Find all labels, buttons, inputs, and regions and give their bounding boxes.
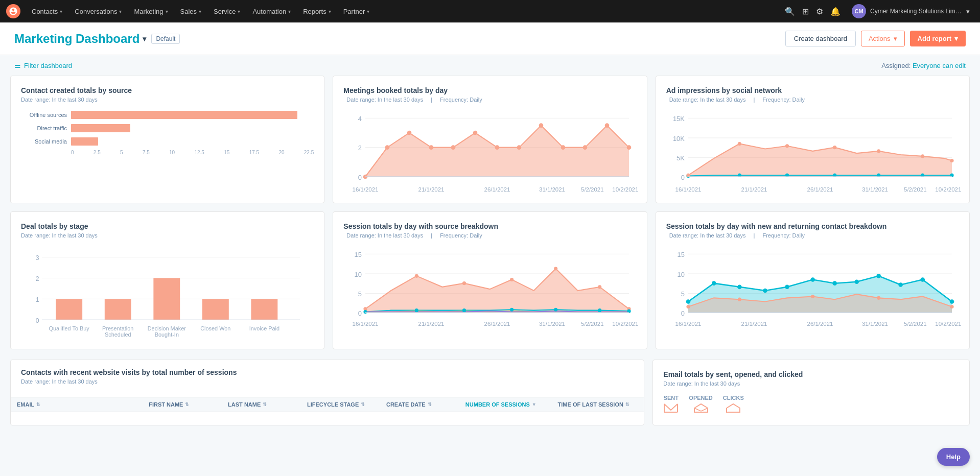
svg-point-10 [451, 145, 456, 150]
settings-icon[interactable]: ⚙ [816, 7, 823, 16]
top-navigation: Contacts ▾ Conversations ▾ Marketing ▾ S… [0, 0, 980, 22]
card-subtitle: Date range: In the last 30 days [21, 378, 634, 385]
notifications-icon[interactable]: 🔔 [830, 7, 841, 16]
svg-point-95 [554, 308, 557, 312]
area-chart-svg: 4 2 0 [343, 111, 636, 203]
svg-text:21/1/2021: 21/1/2021 [418, 321, 445, 327]
search-icon[interactable]: 🔍 [785, 7, 795, 16]
nav-marketing[interactable]: Marketing ▾ [129, 6, 173, 17]
svg-text:Presentation: Presentation [102, 325, 133, 331]
svg-text:0: 0 [36, 317, 39, 324]
svg-text:10/2/2021: 10/2/2021 [613, 321, 639, 327]
svg-text:10K: 10K [673, 135, 685, 142]
svg-point-93 [462, 308, 466, 312]
card-subtitle: Date range: In the last 30 days | Freque… [343, 232, 636, 239]
svg-text:16/1/2021: 16/1/2021 [353, 186, 379, 193]
header-actions: Create dashboard Actions ▾ Add report ▾ [785, 31, 966, 46]
svg-text:2: 2 [36, 275, 39, 282]
svg-point-44 [833, 146, 836, 149]
sort-icon: ⇅ [36, 402, 40, 407]
card-title: Ad impressions by social network [666, 86, 959, 94]
card-session-contact: Session totals by day with new and retur… [656, 211, 970, 349]
svg-point-128 [877, 296, 880, 300]
dashboard-title[interactable]: Marketing Dashboard ▾ [14, 32, 146, 46]
bar-fill [71, 124, 130, 132]
svg-point-120 [854, 279, 859, 284]
svg-text:5/2/2021: 5/2/2021 [904, 321, 927, 327]
svg-line-140 [694, 408, 701, 411]
svg-point-116 [763, 289, 767, 293]
bar-axis: 0 2.5 5 7.5 10 12.5 15 17.5 20 22.5 [21, 150, 314, 155]
filter-bar: ⚌ Filter dashboard Assigned: Everyone ca… [0, 55, 980, 76]
svg-point-45 [877, 149, 880, 153]
svg-text:16/1/2021: 16/1/2021 [675, 321, 701, 327]
th-sessions[interactable]: NUMBER OF SESSIONS ▼ [459, 397, 552, 412]
svg-rect-66 [202, 299, 229, 320]
svg-text:21/1/2021: 21/1/2021 [741, 321, 767, 327]
svg-point-122 [898, 282, 903, 287]
nav-sales[interactable]: Sales ▾ [175, 6, 207, 17]
default-badge: Default [151, 34, 180, 44]
svg-text:0: 0 [358, 310, 362, 317]
card-contact-created: Contact created totals by source Date ra… [10, 76, 324, 203]
th-createdate[interactable]: CREATE DATE ⇅ [380, 397, 459, 412]
th-lastname[interactable]: LAST NAME ⇅ [222, 397, 301, 412]
card-title: Contacts with recent website visits by t… [21, 368, 634, 376]
th-email[interactable]: EMAIL ⇅ [11, 397, 143, 412]
svg-point-13 [517, 145, 522, 150]
header-bar: Marketing Dashboard ▾ Default Create das… [0, 22, 980, 55]
svg-point-127 [811, 295, 814, 298]
nav-reports[interactable]: Reports ▾ [298, 6, 336, 17]
create-dashboard-button[interactable]: Create dashboard [785, 31, 856, 46]
apps-icon[interactable]: ⊞ [802, 7, 809, 16]
svg-rect-65 [153, 278, 180, 320]
svg-text:31/1/2021: 31/1/2021 [539, 321, 565, 327]
svg-text:Decision Maker: Decision Maker [148, 325, 186, 331]
svg-text:5: 5 [358, 290, 362, 298]
svg-text:31/1/2021: 31/1/2021 [862, 321, 888, 327]
nav-contacts[interactable]: Contacts ▾ [27, 6, 67, 17]
svg-point-47 [950, 159, 953, 162]
opened-icon [693, 403, 709, 413]
svg-point-16 [583, 145, 588, 150]
nav-service[interactable]: Service ▾ [208, 6, 245, 17]
bar-chart-container: Offline sources Direct traffic Social me… [21, 111, 314, 155]
svg-text:10/2/2021: 10/2/2021 [935, 321, 961, 327]
card-subtitle: Date range: In the last 30 days | Freque… [666, 97, 959, 103]
card-subtitle: Date range: In the last 30 days | Freque… [666, 232, 959, 239]
svg-text:16/1/2021: 16/1/2021 [353, 321, 379, 327]
svg-text:5/2/2021: 5/2/2021 [904, 186, 927, 193]
area-chart-session-contact: 15 10 5 0 [666, 247, 959, 334]
th-lastsession[interactable]: TIME OF LAST SESSION ⇅ [552, 397, 644, 412]
card-title: Email totals by sent, opened, and clicke… [663, 370, 959, 378]
svg-text:10: 10 [355, 271, 362, 278]
add-report-button[interactable]: Add report ▾ [910, 31, 966, 46]
svg-rect-63 [56, 299, 82, 320]
nav-partner[interactable]: Partner ▾ [338, 6, 375, 17]
svg-text:Bought-In: Bought-In [155, 331, 179, 338]
svg-text:0: 0 [681, 174, 684, 181]
svg-point-46 [921, 154, 924, 158]
hubspot-logo[interactable] [6, 4, 20, 18]
svg-point-118 [810, 277, 815, 282]
account-menu[interactable]: CM Cymer Marketing Solutions Limited ▾ [848, 2, 974, 20]
area-chart-svg: 15 10 5 0 [343, 247, 636, 349]
sent-icon [663, 403, 679, 413]
svg-point-18 [627, 145, 632, 150]
sort-icon: ⇅ [625, 402, 629, 407]
th-lifecycle[interactable]: LIFECYCLE STAGE ⇅ [301, 397, 380, 412]
assigned-link[interactable]: Everyone can edit [913, 62, 966, 69]
nav-conversations[interactable]: Conversations ▾ [69, 6, 127, 17]
svg-point-9 [429, 145, 434, 150]
sort-icon: ⇅ [185, 402, 189, 407]
th-firstname[interactable]: FIRST NAME ⇅ [143, 397, 222, 412]
actions-button[interactable]: Actions ▾ [861, 31, 905, 46]
filter-dashboard-button[interactable]: ⚌ Filter dashboard [14, 61, 72, 69]
card-contacts-table: Contacts with recent website visits by t… [10, 360, 644, 425]
svg-text:1: 1 [36, 296, 39, 303]
chevron-down-icon: ▾ [238, 9, 240, 14]
card-meetings-booked: Meetings booked totals by day Date range… [333, 76, 647, 203]
nav-automation[interactable]: Automation ▾ [247, 6, 296, 17]
card-email-totals: Email totals by sent, opened, and clicke… [652, 360, 970, 425]
svg-point-125 [686, 305, 690, 308]
